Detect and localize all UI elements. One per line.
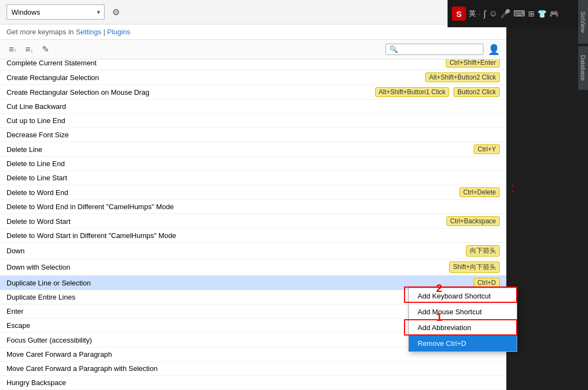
annotation-2: 2 [436,282,442,295]
context-menu: Add Keyboard ShortcutAdd Mouse ShortcutA… [408,288,517,352]
shortcut-badge: Ctrl+Backspace [446,216,500,226]
table-row[interactable]: Delete to Word Start in Different "Camel… [0,229,506,243]
action-name: Duplicate Line or Selection [7,279,471,287]
shortcuts-container: 向下箭头 [464,245,500,257]
links-prefix: Get more keymaps in [7,28,76,36]
shortcut-badge: Alt+Shift+Button2 Click [425,72,500,82]
settings-link[interactable]: Settings [76,28,101,36]
shortcut-badge: Ctrl+Y [474,144,500,154]
table-row[interactable]: Cut up to Line End [0,114,506,128]
shortcut-badge: Ctrl+Delete [460,187,500,197]
action-name: Create Rectangular Selection on Mouse Dr… [7,88,373,96]
search-input[interactable] [398,45,480,53]
action-name: Delete to Word Start [7,217,444,226]
table-row[interactable]: Complete Current StatementCtrl+Shift+Ent… [0,59,506,70]
shortcut-badge: 向下箭头 [466,245,500,257]
system-tray: S 英 · ʃ ☺ 🎤 ⌨ ⊞ 👕 🎮 [448,0,578,27]
shortcuts-container: Ctrl+Delete [457,187,500,197]
table-row[interactable]: Down with SelectionShift+向下箭头 [0,259,506,276]
shortcuts-container: Alt+Shift+Button2 Click [423,72,500,82]
table-row[interactable]: Decrease Font Size [0,128,506,142]
s-logo: S [452,7,466,21]
action-name: Complete Current Statement [7,59,444,67]
shortcuts-container: Ctrl+D [471,278,500,288]
tray-dot: · [479,10,481,18]
table-row[interactable]: Down向下箭头 [0,243,506,259]
tray-en-text: 英 [469,9,476,19]
shortcuts-container: Ctrl+Backspace [444,216,500,226]
action-name: Hungry Backspace [7,379,500,387]
table-row[interactable]: Delete to Word End in Different "CamelHu… [0,200,506,214]
table-row[interactable]: Delete LineCtrl+Y [0,142,506,157]
action-name: Delete to Line Start [7,174,500,182]
annotation-1: 1 [436,311,442,324]
links-bar: Get more keymaps in Settings | Plugins [0,25,506,40]
shortcut-badge: Shift+向下箭头 [449,261,500,273]
edit-button[interactable]: ✎ [40,43,51,56]
toolbar: ≡↑ ≡↓ ✎ 🔍 👤 [0,40,506,59]
action-name: Cut up to Line End [7,117,500,125]
links-separator: | [103,28,107,36]
context-menu-item-add-keyboard-shortcut[interactable]: Add Keyboard Shortcut [409,288,517,304]
action-name: Delete Line [7,145,471,154]
context-menu-item-add-mouse-shortcut[interactable]: Add Mouse Shortcut [409,304,517,320]
tray-wave-icon: ʃ [483,9,486,19]
right-panel [506,0,588,390]
table-row[interactable]: Create Rectangular Selection on Mouse Dr… [0,85,506,100]
shortcuts-container: Alt+Shift+Button1 ClickButton2 Click [373,87,500,97]
top-bar: Windows ⚙ [0,0,506,25]
action-name: Cut Line Backward [7,102,500,111]
action-name: Decrease Font Size [7,131,500,139]
action-name: Delete to Line End [7,160,500,168]
gear-button[interactable]: ⚙ [110,6,122,19]
keymap-select-wrapper: Windows [7,4,105,20]
plugins-link[interactable]: Plugins [107,28,131,36]
tray-shirt-icon: 👕 [537,9,547,18]
database-panel-label[interactable]: Database [578,46,588,90]
sciview-label-text: SciView [580,11,586,33]
table-row[interactable]: Delete to Line Start [0,171,506,185]
shortcuts-container: Ctrl+Shift+Enter [444,59,500,68]
search-box: 🔍 [385,44,483,55]
shortcut-badge: Alt+Shift+Button1 Click [375,87,450,97]
action-name: Delete to Word Start in Different "Camel… [7,231,500,240]
table-row[interactable]: Hungry Backspace [0,376,506,390]
shortcuts-container: Ctrl+Y [471,144,500,154]
action-name: Delete to Word End [7,188,457,197]
shortcut-badge: Ctrl+Shift+Enter [446,59,500,68]
search-icon: 🔍 [389,45,398,53]
table-row[interactable]: Move Caret Forward a Paragraph with Sele… [0,362,506,376]
tray-mic-icon: 🎤 [500,9,511,19]
shortcut-badge: Ctrl+D [474,278,500,288]
database-label-text: Database [580,55,586,81]
tray-smile-icon: ☺ [489,9,498,19]
sort-desc-button[interactable]: ≡↓ [23,44,35,56]
tray-game-icon: 🎮 [549,9,559,18]
table-row[interactable]: Create Rectangular SelectionAlt+Shift+Bu… [0,70,506,85]
table-row[interactable]: Delete to Word EndCtrl+Delete [0,185,506,200]
tray-keyboard-icon: ⌨ [513,9,525,19]
action-name: Down [7,247,464,255]
person-button[interactable]: 👤 [488,44,500,56]
shortcut-badge: Button2 Click [454,87,500,97]
table-row[interactable]: Delete to Word StartCtrl+Backspace [0,214,506,229]
context-menu-item-remove-ctrl-d[interactable]: Remove Ctrl+D [409,336,517,351]
action-name: Create Rectangular Selection [7,74,423,82]
action-name: Down with Selection [7,263,447,271]
action-name: Focus Gutter (accessibility) [7,336,464,344]
table-row[interactable]: Delete to Line End [0,157,506,171]
action-name: Delete to Word End in Different "CamelHu… [7,203,500,211]
sort-asc-button[interactable]: ≡↑ [7,44,19,56]
sciview-panel-label[interactable]: SciView [578,0,588,44]
action-name: Move Caret Forward a Paragraph with Sele… [7,364,500,373]
tray-grid-icon: ⊞ [528,9,535,18]
table-row[interactable]: Cut Line Backward [0,100,506,114]
keymap-select[interactable]: Windows [7,4,105,20]
context-menu-item-add-abbreviation[interactable]: Add Abbreviation [409,320,517,336]
shortcuts-container: Shift+向下箭头 [447,261,500,273]
